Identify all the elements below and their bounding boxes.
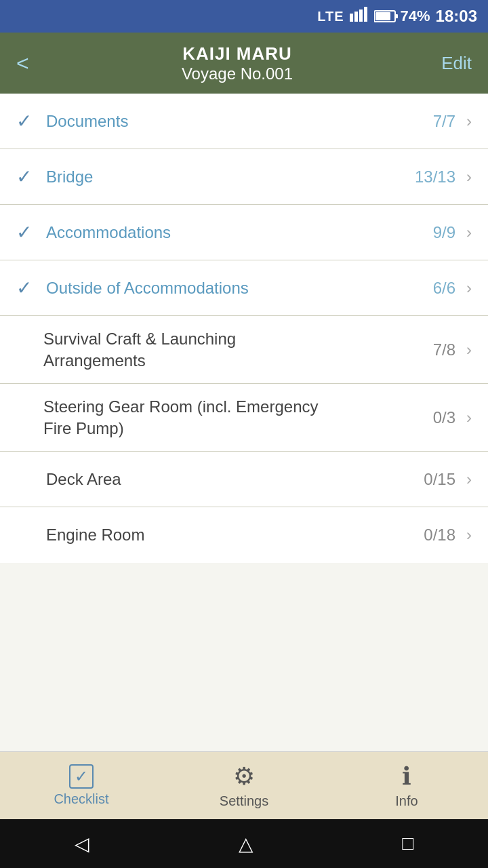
nav-item-info[interactable]: ℹ Info bbox=[325, 752, 488, 819]
list-item[interactable]: ✓ Bridge 13/13 › bbox=[0, 149, 488, 205]
item-count: 0/3 bbox=[433, 408, 455, 427]
edit-button[interactable]: Edit bbox=[431, 53, 472, 74]
system-recents-button[interactable]: □ bbox=[402, 833, 413, 854]
voyage-number: Voyage No.001 bbox=[43, 64, 431, 83]
bottom-navigation: ✓ Checklist ⚙ Settings ℹ Info bbox=[0, 751, 488, 819]
chevron-right-icon: › bbox=[466, 470, 472, 489]
nav-label-checklist: Checklist bbox=[54, 791, 108, 807]
system-navigation: ◁ △ □ bbox=[0, 819, 488, 868]
app-header: < KAIJI MARU Voyage No.001 Edit bbox=[0, 33, 488, 94]
item-label: Engine Room bbox=[41, 526, 424, 545]
item-label: Documents bbox=[41, 112, 433, 131]
item-count: 13/13 bbox=[415, 167, 455, 186]
list-item[interactable]: ✓ Survival Craft & LaunchingArrangements… bbox=[0, 316, 488, 384]
info-icon: ℹ bbox=[402, 762, 411, 791]
nav-label-settings: Settings bbox=[220, 793, 268, 809]
list-item[interactable]: ✓ Steering Gear Room (incl. EmergencyFir… bbox=[0, 384, 488, 452]
item-label: Steering Gear Room (incl. EmergencyFire … bbox=[41, 396, 433, 438]
svg-rect-1 bbox=[354, 12, 358, 22]
lte-indicator: LTE bbox=[317, 9, 344, 24]
item-count: 9/9 bbox=[433, 223, 455, 242]
item-label: Survival Craft & LaunchingArrangements bbox=[41, 328, 433, 370]
chevron-right-icon: › bbox=[466, 408, 472, 427]
list-item[interactable]: ✓ Documents 7/7 › bbox=[0, 94, 488, 149]
svg-rect-2 bbox=[359, 9, 363, 22]
item-count: 6/6 bbox=[433, 279, 455, 298]
signal-icon bbox=[350, 7, 369, 26]
chevron-right-icon: › bbox=[466, 112, 472, 131]
system-home-button[interactable]: △ bbox=[239, 833, 253, 855]
nav-item-checklist[interactable]: ✓ Checklist bbox=[0, 752, 163, 819]
checklist-icon: ✓ bbox=[69, 764, 94, 789]
svg-rect-5 bbox=[395, 14, 398, 18]
svg-rect-6 bbox=[375, 12, 390, 20]
item-label: Bridge bbox=[41, 167, 415, 186]
header-title-block: KAIJI MARU Voyage No.001 bbox=[43, 43, 431, 83]
check-icon: ✓ bbox=[16, 221, 41, 243]
item-count: 7/8 bbox=[433, 340, 455, 359]
item-label: Accommodations bbox=[41, 223, 433, 242]
chevron-right-icon: › bbox=[466, 526, 472, 545]
list-item[interactable]: ✓ Outside of Accommodations 6/6 › bbox=[0, 260, 488, 316]
chevron-right-icon: › bbox=[466, 167, 472, 186]
chevron-right-icon: › bbox=[466, 223, 472, 242]
list-item[interactable]: ✓ Engine Room 0/18 › bbox=[0, 507, 488, 563]
battery-indicator: 74% bbox=[374, 7, 430, 25]
system-back-button[interactable]: ◁ bbox=[75, 833, 89, 855]
chevron-right-icon: › bbox=[466, 279, 472, 298]
nav-item-settings[interactable]: ⚙ Settings bbox=[163, 752, 325, 819]
item-label: Outside of Accommodations bbox=[41, 279, 433, 298]
list-item[interactable]: ✓ Deck Area 0/15 › bbox=[0, 452, 488, 507]
svg-rect-0 bbox=[350, 14, 353, 22]
item-count: 7/7 bbox=[433, 112, 455, 131]
clock: 18:03 bbox=[436, 7, 477, 26]
gear-icon: ⚙ bbox=[233, 762, 255, 791]
item-count: 0/15 bbox=[424, 470, 455, 489]
nav-label-info: Info bbox=[395, 793, 418, 809]
ship-name: KAIJI MARU bbox=[43, 43, 431, 64]
back-button[interactable]: < bbox=[16, 51, 43, 76]
check-icon: ✓ bbox=[16, 110, 41, 132]
svg-rect-3 bbox=[364, 7, 367, 22]
check-icon: ✓ bbox=[16, 165, 41, 188]
check-icon: ✓ bbox=[16, 277, 41, 299]
item-count: 0/18 bbox=[424, 526, 455, 545]
item-label: Deck Area bbox=[41, 470, 424, 489]
checklist-list: ✓ Documents 7/7 › ✓ Bridge 13/13 › ✓ Acc… bbox=[0, 94, 488, 751]
chevron-right-icon: › bbox=[466, 340, 472, 359]
status-bar: LTE 74% 18:03 bbox=[0, 0, 488, 33]
list-item[interactable]: ✓ Accommodations 9/9 › bbox=[0, 205, 488, 260]
